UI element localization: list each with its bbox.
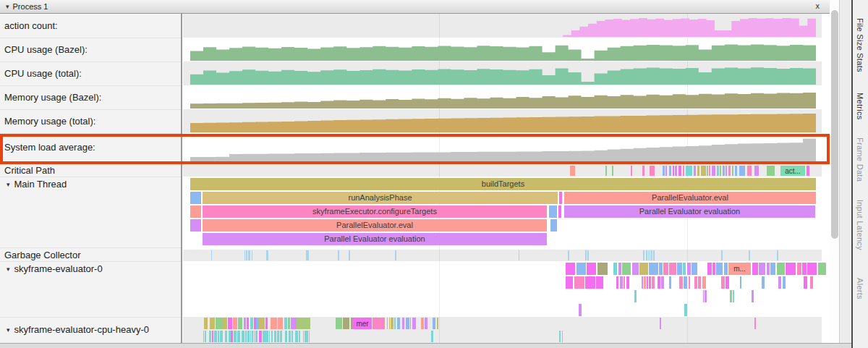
slice[interactable] — [747, 166, 752, 176]
track-label-mem-bazel[interactable]: Memory usage (Bazel): — [4, 92, 101, 103]
slice[interactable] — [284, 318, 286, 329]
slice[interactable] — [717, 166, 719, 176]
counter-chart-mem-bazel[interactable] — [190, 85, 816, 109]
slice[interactable] — [709, 166, 710, 176]
slice[interactable] — [612, 166, 613, 176]
slice[interactable] — [574, 276, 585, 289]
slice[interactable] — [190, 219, 201, 232]
slice[interactable] — [613, 263, 617, 275]
slice[interactable] — [802, 263, 807, 275]
slice[interactable] — [259, 318, 265, 329]
slice[interactable] — [338, 250, 339, 260]
slice[interactable] — [566, 263, 575, 275]
slice[interactable] — [739, 166, 745, 176]
slice[interactable] — [233, 318, 237, 329]
slice[interactable] — [237, 331, 240, 342]
slice[interactable] — [190, 205, 201, 218]
slice[interactable] — [247, 318, 249, 329]
track-label-cpu-bazel[interactable]: CPU usage (Bazel): — [4, 44, 88, 55]
slice[interactable] — [663, 263, 668, 275]
slice[interactable] — [661, 276, 664, 289]
slice[interactable] — [299, 331, 300, 342]
track-label-cpu-total[interactable]: CPU usage (total): — [4, 68, 82, 79]
slice[interactable] — [597, 263, 608, 275]
slice[interactable] — [678, 166, 681, 176]
slice[interactable] — [624, 276, 626, 289]
slice-m[interactable]: m... — [728, 263, 751, 275]
slice[interactable] — [724, 263, 728, 275]
slice[interactable] — [212, 331, 213, 342]
slice[interactable] — [238, 318, 243, 329]
slice[interactable] — [252, 250, 252, 260]
slice[interactable] — [752, 290, 754, 302]
slice[interactable] — [336, 318, 342, 329]
slice[interactable] — [248, 250, 250, 260]
slice[interactable] — [669, 263, 676, 275]
slice[interactable] — [234, 331, 237, 342]
slice[interactable] — [190, 192, 201, 204]
slice[interactable] — [647, 276, 648, 289]
slice[interactable] — [786, 263, 796, 275]
slice[interactable] — [643, 250, 644, 260]
slice[interactable] — [605, 166, 607, 176]
slice[interactable] — [289, 331, 291, 342]
slice[interactable] — [648, 250, 649, 260]
slice[interactable] — [626, 276, 629, 289]
collapse-arrow-icon[interactable]: ▾ — [6, 4, 9, 10]
slice[interactable] — [735, 166, 737, 176]
slice[interactable] — [271, 318, 277, 329]
slice[interactable] — [754, 166, 759, 176]
track-label-main-thread[interactable]: ▾Main Thread — [4, 179, 67, 190]
slice[interactable] — [632, 263, 639, 275]
slice[interactable] — [305, 331, 307, 342]
slice[interactable] — [549, 205, 557, 218]
slice[interactable] — [807, 263, 817, 275]
slice[interactable] — [726, 166, 727, 176]
slice[interactable] — [278, 318, 282, 329]
tab-metrics[interactable]: Metrics — [856, 93, 864, 120]
counter-chart-action-count[interactable] — [563, 14, 816, 38]
slice[interactable] — [343, 318, 349, 329]
slice[interactable] — [559, 192, 562, 204]
slice[interactable] — [596, 276, 603, 289]
slice[interactable] — [244, 318, 247, 329]
slice[interactable] — [701, 166, 706, 176]
slice[interactable] — [703, 290, 704, 302]
track-background-garbage-collector[interactable] — [183, 250, 822, 261]
slice[interactable] — [228, 318, 232, 329]
slice[interactable] — [265, 318, 268, 329]
slice[interactable] — [622, 263, 630, 275]
slice[interactable] — [292, 331, 292, 342]
slice[interactable] — [720, 166, 721, 176]
expand-arrow-icon[interactable]: ▾ — [7, 266, 10, 273]
slice[interactable] — [254, 331, 255, 342]
slice[interactable] — [274, 331, 276, 342]
slice[interactable] — [214, 331, 217, 342]
slice[interactable] — [410, 318, 411, 329]
slice[interactable] — [256, 318, 258, 329]
slice[interactable] — [231, 331, 232, 342]
slice[interactable] — [412, 318, 416, 329]
vertical-scrollbar-thumb[interactable] — [831, 10, 838, 239]
slice[interactable] — [433, 318, 436, 329]
slice[interactable] — [222, 318, 227, 329]
slice[interactable] — [783, 276, 786, 289]
slice[interactable] — [263, 331, 265, 342]
slice[interactable] — [694, 276, 697, 289]
slice[interactable] — [585, 276, 595, 289]
slice[interactable] — [683, 166, 684, 176]
track-label-mem-total[interactable]: Memory usage (total): — [4, 116, 95, 127]
slice[interactable] — [721, 276, 725, 289]
slice[interactable] — [269, 331, 270, 342]
slice[interactable] — [754, 318, 755, 329]
slice[interactable] — [210, 318, 215, 329]
slice[interactable] — [387, 318, 388, 329]
slice[interactable] — [216, 318, 222, 329]
slice-runAnalysisPhase[interactable]: runAnalysisPhase — [203, 192, 558, 204]
slice[interactable] — [649, 263, 658, 275]
slice[interactable] — [673, 166, 674, 176]
slice[interactable] — [247, 331, 250, 342]
tab-alerts[interactable]: Alerts — [856, 278, 864, 300]
slice[interactable] — [762, 276, 765, 289]
slice[interactable] — [669, 276, 671, 289]
